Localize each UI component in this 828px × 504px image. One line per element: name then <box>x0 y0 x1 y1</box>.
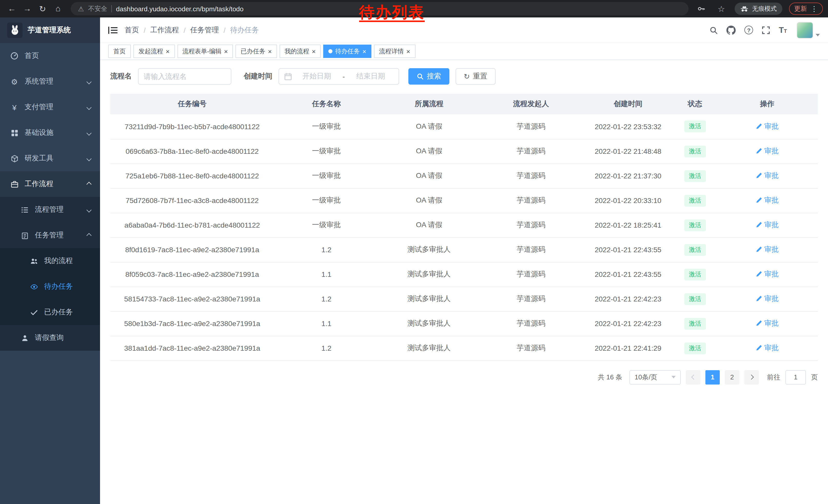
reset-button[interactable]: ↻ 重置 <box>456 68 495 85</box>
tab-process-detail[interactable]: 流程详情 × <box>374 45 415 58</box>
close-icon[interactable]: × <box>312 48 316 55</box>
breadcrumb-item[interactable]: 任务管理 <box>190 26 219 35</box>
browser-menu-icon[interactable]: ⋮ <box>811 5 818 13</box>
approve-link[interactable]: 审批 <box>756 245 779 254</box>
process-name-field[interactable] <box>138 68 232 85</box>
key-icon[interactable] <box>695 2 708 15</box>
sidebar-item-payment[interactable]: ¥ 支付管理 <box>0 94 100 120</box>
security-label[interactable]: 不安全 <box>88 4 107 13</box>
approve-link[interactable]: 审批 <box>756 319 779 328</box>
start-date-placeholder[interactable]: 开始日期 <box>294 72 339 81</box>
process-name-input[interactable] <box>143 72 226 81</box>
refresh-icon[interactable]: ↻ <box>36 2 49 15</box>
pagination: 共 16 条 10条/页 1 2 前往 页 <box>110 370 818 384</box>
forward-icon[interactable]: → <box>20 2 34 15</box>
status-badge: 激活 <box>685 244 706 256</box>
column-header: 流程发起人 <box>480 94 583 114</box>
create-time: 2022-01-21 22:42:23 <box>594 319 661 328</box>
column-header: 状态 <box>673 94 717 114</box>
approve-link[interactable]: 审批 <box>756 270 779 279</box>
tab-todo-tasks[interactable]: 待办任务 × <box>324 45 371 58</box>
close-icon[interactable]: × <box>224 48 228 55</box>
sidebar-item-system[interactable]: ⚙ 系统管理 <box>0 69 100 94</box>
sidebar-item-label: 流程管理 <box>35 205 64 214</box>
breadcrumb-item[interactable]: 首页 <box>125 26 139 35</box>
prev-page-button[interactable] <box>686 370 700 384</box>
end-date-placeholder[interactable]: 结束日期 <box>348 72 394 81</box>
table-row: 58154733-7ac8-11ec-a9e2-a2380e71991a 1.2… <box>110 287 818 311</box>
sidebar-item-label: 支付管理 <box>25 102 53 112</box>
sidebar-item-todo-tasks[interactable]: 待办任务 <box>0 274 100 300</box>
approve-link[interactable]: 审批 <box>756 122 779 131</box>
sidebar-item-done-tasks[interactable]: 已办任务 <box>0 300 100 325</box>
tab-home[interactable]: 首页 <box>108 45 131 58</box>
close-icon[interactable]: × <box>166 48 170 55</box>
status-badge: 激活 <box>685 268 706 280</box>
sidebar-item-label: 任务管理 <box>35 231 64 240</box>
sidebar-item-infrastructure[interactable]: 基础设施 <box>0 120 100 146</box>
approve-link[interactable]: 审批 <box>756 221 779 230</box>
create-time: 2022-01-22 21:48:48 <box>594 147 661 155</box>
github-icon[interactable] <box>727 26 736 35</box>
table-row: 8f0d1619-7ac8-11ec-a9e2-a2380e71991a 1.2… <box>110 237 818 262</box>
tab-form-edit[interactable]: 流程表单-编辑 × <box>177 45 233 58</box>
sidebar-item-leave-query[interactable]: 请假查询 <box>0 325 100 351</box>
process-name: OA 请假 <box>416 221 443 229</box>
sidebar-item-devtools[interactable]: 研发工具 <box>0 146 100 171</box>
page-button-2[interactable]: 2 <box>725 370 739 384</box>
process-name: 测试多审批人 <box>408 343 451 352</box>
bookmark-star-icon[interactable]: ☆ <box>715 2 728 15</box>
next-page-button[interactable] <box>744 370 759 384</box>
close-icon[interactable]: × <box>268 48 272 55</box>
approve-link[interactable]: 审批 <box>756 294 779 304</box>
fullscreen-icon[interactable] <box>762 26 770 34</box>
sidebar-item-task-management[interactable]: 任务管理 <box>0 223 100 248</box>
grid-icon <box>10 129 18 137</box>
update-label[interactable]: 更新 <box>794 4 807 13</box>
browser-chrome: ← → ↻ ⌂ ⚠ 不安全 dashboard.yudao.iocoder.cn… <box>0 0 828 17</box>
initiator: 芋道源码 <box>516 294 545 303</box>
page-size-select[interactable]: 10条/页 <box>629 370 681 384</box>
sidebar-item-my-process[interactable]: 我的流程 <box>0 248 100 274</box>
create-time: 2022-01-21 22:42:23 <box>594 295 661 303</box>
tab-start-process[interactable]: 发起流程 × <box>133 45 175 58</box>
search-button[interactable]: 搜索 <box>408 68 449 85</box>
tab-done-tasks[interactable]: 已办任务 × <box>236 45 277 58</box>
breadcrumb-separator: / <box>184 26 186 34</box>
column-header: 操作 <box>717 94 818 114</box>
goto-page-input[interactable] <box>785 370 806 384</box>
font-size-icon[interactable]: TT <box>779 26 787 34</box>
chevron-down-icon <box>86 156 92 161</box>
page-button-1[interactable]: 1 <box>705 370 720 384</box>
status-badge: 激活 <box>685 194 706 207</box>
approve-link[interactable]: 审批 <box>756 171 779 180</box>
date-separator: - <box>341 72 346 81</box>
breadcrumb-item[interactable]: 工作流程 <box>150 26 179 35</box>
status-badge: 激活 <box>685 318 706 329</box>
sidebar-item-home[interactable]: 首页 <box>0 43 100 69</box>
search-icon[interactable] <box>709 26 718 34</box>
sidebar-item-process-management[interactable]: 流程管理 <box>0 197 100 223</box>
approve-link[interactable]: 审批 <box>756 147 779 156</box>
eye-icon <box>30 282 38 291</box>
update-button[interactable]: 更新 ⋮ <box>789 3 823 15</box>
task-name: 一级审批 <box>312 147 341 155</box>
edit-pen-icon <box>756 123 762 130</box>
back-icon[interactable]: ← <box>5 2 18 15</box>
help-icon[interactable]: ? <box>744 26 753 34</box>
approve-link[interactable]: 审批 <box>756 196 779 205</box>
close-icon[interactable]: × <box>363 48 366 55</box>
user-menu[interactable] <box>797 22 820 38</box>
approve-link[interactable]: 审批 <box>756 343 779 353</box>
date-range-picker[interactable]: 开始日期 - 结束日期 <box>279 68 399 85</box>
tab-my-process[interactable]: 我的流程 × <box>280 45 321 58</box>
home-icon[interactable]: ⌂ <box>51 2 65 15</box>
sidebar-item-workflow[interactable]: 工作流程 <box>0 171 100 197</box>
sidebar-fold-icon[interactable] <box>108 26 118 34</box>
url-text[interactable]: dashboard.yudao.iocoder.cn/bpm/task/todo <box>116 5 243 12</box>
avatar[interactable] <box>797 22 813 38</box>
table-row: a6aba0a4-7b6d-11ec-b781-acde48001122 一级审… <box>110 213 818 237</box>
close-icon[interactable]: × <box>406 48 410 55</box>
app-logo-row[interactable]: 芋道管理系统 <box>0 17 100 43</box>
clipboard-icon <box>20 231 29 239</box>
